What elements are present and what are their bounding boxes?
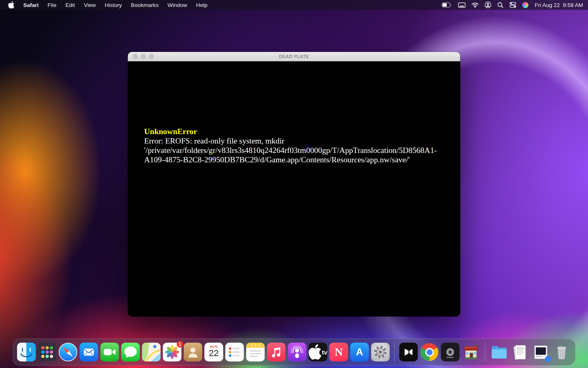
apple-menu-icon[interactable] bbox=[8, 1, 14, 9]
dock-appstore-icon[interactable]: A bbox=[350, 343, 369, 361]
dock-facetime-icon[interactable] bbox=[100, 343, 119, 361]
menubar-app-name[interactable]: Safari bbox=[23, 2, 39, 8]
spotlight-icon[interactable] bbox=[497, 2, 503, 8]
apple-logo-icon bbox=[309, 343, 322, 361]
dock-tv-icon[interactable]: tv bbox=[309, 343, 327, 361]
menubar: Safari File Edit View History Bookmarks … bbox=[0, 0, 588, 10]
dock-podcasts-icon[interactable] bbox=[288, 343, 307, 361]
dock-messages-icon[interactable] bbox=[121, 343, 140, 361]
photos-notification-badge: 1 bbox=[177, 341, 183, 348]
dock-photos-icon[interactable]: 1 bbox=[163, 343, 182, 361]
colorful-app-icon[interactable] bbox=[522, 2, 528, 8]
dock-trash-icon[interactable] bbox=[552, 343, 571, 361]
download-arrow-badge: ↓ bbox=[545, 356, 551, 362]
window-titlebar[interactable]: DEAD PLATE bbox=[128, 52, 460, 61]
dock-dead-plate-game-icon[interactable] bbox=[462, 343, 481, 361]
control-center-icon[interactable] bbox=[510, 2, 516, 8]
error-body: Error: EROFS: read-only file system, mkd… bbox=[144, 136, 453, 164]
dock: 1 AUG 22 tv N A bbox=[13, 339, 576, 366]
dock-downloads-stack-icon[interactable]: ↓ bbox=[532, 343, 550, 361]
dock-capcut-icon[interactable] bbox=[399, 343, 418, 361]
window-title: DEAD PLATE bbox=[279, 54, 309, 59]
user-switch-icon[interactable] bbox=[485, 2, 491, 8]
dock-news-icon[interactable]: N bbox=[330, 343, 348, 361]
menubar-right: Fri Aug 22 9:58 AM bbox=[442, 2, 588, 8]
appstore-label: A bbox=[356, 346, 363, 358]
dock-chrome-icon[interactable] bbox=[420, 343, 439, 361]
menu-view[interactable]: View bbox=[84, 2, 96, 8]
dock-folder-icon[interactable] bbox=[490, 343, 509, 361]
dock-documents-stack-icon[interactable] bbox=[511, 343, 530, 361]
menubar-left: Safari File Edit View History Bookmarks … bbox=[0, 1, 207, 9]
battery-icon[interactable] bbox=[442, 2, 452, 7]
error-title: UnknownError bbox=[144, 127, 453, 136]
window-content: UnknownError Error: EROFS: read-only fil… bbox=[128, 61, 460, 316]
dock-maps-icon[interactable] bbox=[142, 343, 161, 361]
dock-divider bbox=[485, 342, 486, 362]
menu-edit[interactable]: Edit bbox=[65, 2, 75, 8]
menu-history[interactable]: History bbox=[105, 2, 122, 8]
dock-launchpad-icon[interactable] bbox=[38, 343, 57, 361]
wifi-icon[interactable] bbox=[472, 2, 479, 8]
display-icon[interactable] bbox=[458, 2, 466, 8]
menu-file[interactable]: File bbox=[48, 2, 57, 8]
dock-notes-icon[interactable] bbox=[246, 343, 265, 361]
zoom-button[interactable] bbox=[149, 54, 154, 59]
dock-finder-icon[interactable] bbox=[17, 343, 36, 361]
chrome-wheel bbox=[421, 343, 439, 361]
close-button[interactable] bbox=[133, 54, 138, 59]
dock-contacts-icon[interactable] bbox=[184, 343, 203, 361]
dock-music-icon[interactable] bbox=[267, 343, 286, 361]
menu-window[interactable]: Window bbox=[167, 2, 187, 8]
minimize-button[interactable] bbox=[141, 54, 146, 59]
menubar-clock[interactable]: Fri Aug 22 9:58 AM bbox=[535, 2, 583, 8]
calendar-day-label: 22 bbox=[209, 349, 218, 358]
dock-reminders-icon[interactable] bbox=[225, 343, 244, 361]
menu-bookmarks[interactable]: Bookmarks bbox=[131, 2, 159, 8]
menu-help[interactable]: Help bbox=[196, 2, 207, 8]
dock-unknown-dark-app-icon[interactable] bbox=[441, 343, 460, 361]
dead-plate-window: DEAD PLATE UnknownError Error: EROFS: re… bbox=[128, 52, 460, 316]
traffic-lights bbox=[133, 52, 154, 61]
dock-safari-icon[interactable] bbox=[59, 343, 78, 361]
dock-mail-icon[interactable] bbox=[80, 343, 98, 361]
tv-label: tv bbox=[322, 349, 327, 356]
error-message: UnknownError Error: EROFS: read-only fil… bbox=[144, 127, 453, 164]
dock-system-settings-icon[interactable] bbox=[371, 343, 390, 361]
dock-calendar-icon[interactable]: AUG 22 bbox=[205, 343, 223, 361]
news-label: N bbox=[335, 347, 343, 358]
dock-divider bbox=[394, 342, 395, 362]
